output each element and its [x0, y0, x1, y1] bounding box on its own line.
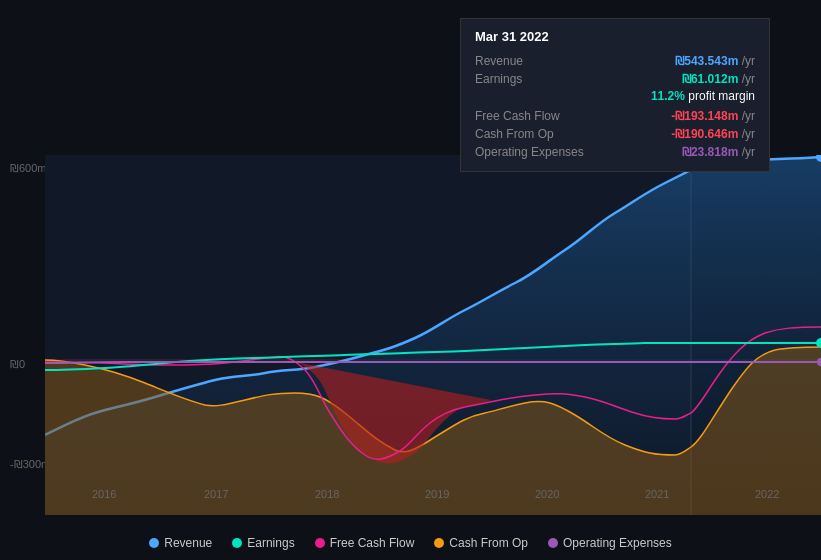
- legend-label-revenue: Revenue: [164, 536, 212, 550]
- legend-label-cashfromop: Cash From Op: [449, 536, 528, 550]
- legend-dot-fcf: [315, 538, 325, 548]
- y-label-0: ₪0: [10, 358, 25, 371]
- legend-item-earnings[interactable]: Earnings: [232, 536, 294, 550]
- legend-label-earnings: Earnings: [247, 536, 294, 550]
- tooltip-row-earnings: Earnings ₪61.012m /yr: [475, 70, 755, 88]
- legend-dot-revenue: [149, 538, 159, 548]
- tooltip-label-fcf: Free Cash Flow: [475, 109, 595, 123]
- main-chart-svg: [45, 155, 821, 515]
- legend-dot-cashfromop: [434, 538, 444, 548]
- tooltip-row-fcf: Free Cash Flow -₪193.148m /yr: [475, 107, 755, 125]
- tooltip-value-opex: ₪23.818m /yr: [682, 145, 755, 159]
- tooltip-label-revenue: Revenue: [475, 54, 595, 68]
- tooltip-label-opex: Operating Expenses: [475, 145, 595, 159]
- x-label-2018: 2018: [315, 488, 339, 500]
- tooltip-value-fcf: -₪193.148m /yr: [671, 109, 755, 123]
- x-label-2020: 2020: [535, 488, 559, 500]
- legend-item-fcf[interactable]: Free Cash Flow: [315, 536, 415, 550]
- chart-container: Mar 31 2022 Revenue ₪543.543m /yr Earnin…: [0, 0, 821, 560]
- legend-dot-opex: [548, 538, 558, 548]
- x-label-2021: 2021: [645, 488, 669, 500]
- tooltip-row-cashfromop: Cash From Op -₪190.646m /yr: [475, 125, 755, 143]
- x-label-2016: 2016: [92, 488, 116, 500]
- tooltip-box: Mar 31 2022 Revenue ₪543.543m /yr Earnin…: [460, 18, 770, 172]
- opex-line: [45, 362, 821, 363]
- tooltip-value-earnings: ₪61.012m /yr: [682, 72, 755, 86]
- profit-margin-text: 11.2% profit margin: [475, 88, 755, 107]
- tooltip-date: Mar 31 2022: [475, 29, 755, 44]
- legend-item-cashfromop[interactable]: Cash From Op: [434, 536, 528, 550]
- legend-label-opex: Operating Expenses: [563, 536, 672, 550]
- x-label-2017: 2017: [204, 488, 228, 500]
- legend-item-opex[interactable]: Operating Expenses: [548, 536, 672, 550]
- tooltip-row-opex: Operating Expenses ₪23.818m /yr: [475, 143, 755, 161]
- chart-legend: Revenue Earnings Free Cash Flow Cash Fro…: [0, 536, 821, 550]
- tooltip-row-revenue: Revenue ₪543.543m /yr: [475, 52, 755, 70]
- x-label-2019: 2019: [425, 488, 449, 500]
- tooltip-value-cashfromop: -₪190.646m /yr: [671, 127, 755, 141]
- tooltip-label-cashfromop: Cash From Op: [475, 127, 595, 141]
- legend-label-fcf: Free Cash Flow: [330, 536, 415, 550]
- legend-dot-earnings: [232, 538, 242, 548]
- y-label-600: ₪600m: [10, 162, 47, 175]
- tooltip-label-earnings: Earnings: [475, 72, 595, 86]
- legend-item-revenue[interactable]: Revenue: [149, 536, 212, 550]
- x-label-2022: 2022: [755, 488, 779, 500]
- tooltip-value-revenue: ₪543.543m /yr: [675, 54, 755, 68]
